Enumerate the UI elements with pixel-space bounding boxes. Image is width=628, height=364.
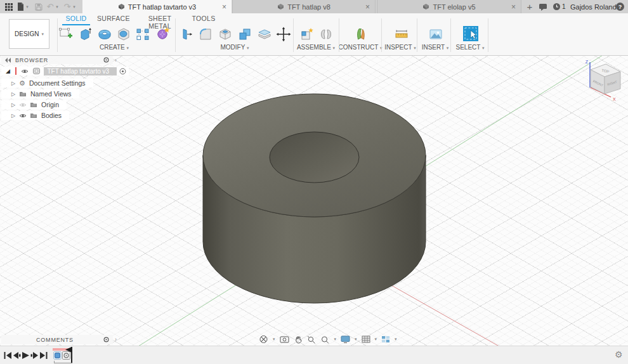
job-status-clock-icon[interactable] xyxy=(552,0,561,13)
measure-icon[interactable] xyxy=(393,26,410,42)
viewports-icon[interactable] xyxy=(381,335,390,343)
expand-arrow-icon[interactable]: ▷ xyxy=(10,113,16,119)
panel-dot-icon[interactable] xyxy=(103,57,109,63)
fit-caret-icon[interactable]: ▾ xyxy=(334,337,337,342)
timeline-go-to-start-button[interactable] xyxy=(3,351,12,359)
section-modify[interactable]: MODIFY ▾ xyxy=(209,44,260,52)
section-create[interactable]: CREATE ▾ xyxy=(89,44,140,52)
timeline-play-button[interactable] xyxy=(21,351,30,359)
panel-dot-icon[interactable] xyxy=(103,337,109,342)
data-panel-toggle-icon[interactable] xyxy=(4,0,14,13)
grid-caret-icon[interactable]: ▾ xyxy=(375,337,377,342)
viewcube-z-label: Z xyxy=(585,60,589,64)
expand-arrow-icon[interactable]: ▷ xyxy=(10,91,16,97)
create-sketch-icon[interactable] xyxy=(58,26,74,42)
move-copy-icon[interactable] xyxy=(275,26,292,42)
viewcube-x-label: X xyxy=(613,97,616,101)
fit-icon[interactable] xyxy=(320,335,330,344)
pan-icon[interactable] xyxy=(294,335,303,344)
comments-panel[interactable]: COMMENTS xyxy=(1,335,113,344)
visibility-eye-icon-hidden[interactable] xyxy=(19,102,27,108)
browser-item-bodies[interactable]: ▷ Bodies xyxy=(1,111,69,120)
document-cube-icon xyxy=(422,3,429,10)
comments-title: COMMENTS xyxy=(36,337,74,343)
expand-arrow-icon[interactable]: ▷ xyxy=(10,102,16,108)
viewport-canvas[interactable]: Z X TOP FRONT RIGHT BROWSER › ◢ xyxy=(0,56,628,346)
expand-arrow-icon[interactable]: ◢ xyxy=(6,68,10,74)
create-form-icon[interactable] xyxy=(154,26,171,42)
pattern-icon[interactable] xyxy=(134,26,151,42)
display-settings-icon[interactable] xyxy=(341,335,350,343)
new-tab-button[interactable]: + xyxy=(524,0,535,13)
collapse-panel-icon[interactable] xyxy=(5,58,11,63)
panel-expand-chevron-icon[interactable]: › xyxy=(115,336,117,342)
ribbon-tab-tools[interactable]: TOOLS xyxy=(191,15,216,24)
file-menu-icon[interactable] xyxy=(16,0,24,13)
file-menu-caret-icon[interactable]: ▾ xyxy=(25,0,30,13)
activate-component-radio-icon[interactable] xyxy=(119,68,126,75)
ribbon-tab-sheet-metal[interactable]: SHEET METAL xyxy=(140,15,180,24)
save-icon[interactable] xyxy=(34,0,43,13)
tab-close-icon[interactable]: × xyxy=(222,0,226,13)
joint-icon[interactable] xyxy=(318,26,334,42)
document-tab-2[interactable]: TFT hatlap v8 × xyxy=(232,0,376,13)
visibility-eye-icon[interactable] xyxy=(21,68,29,74)
panel-expand-chevron-icon[interactable]: › xyxy=(115,57,117,63)
root-component-name[interactable]: TFT hatlap tavtarto v3 xyxy=(44,67,117,75)
grid-settings-icon[interactable] xyxy=(362,335,370,343)
expand-arrow-icon[interactable]: ▷ xyxy=(10,81,16,86)
look-at-icon[interactable] xyxy=(280,335,289,343)
timeline-step-back-button[interactable] xyxy=(12,351,21,359)
select-tool-icon[interactable] xyxy=(462,25,480,42)
document-tab-label: TFT hatlap tavtarto v3 xyxy=(128,3,196,11)
fusion360-window: ▾ ↶ ▾ ↷ ▾ TFT hatlap tavtarto v3 × TFT h… xyxy=(0,0,628,364)
browser-item-document-settings[interactable]: ▷ ⚙ Document Settings xyxy=(1,79,93,88)
construction-plane-icon[interactable] xyxy=(353,26,369,42)
comments-feedback-icon[interactable] xyxy=(538,0,547,13)
press-pull-icon[interactable] xyxy=(178,26,195,42)
tab-close-icon[interactable]: × xyxy=(365,0,370,13)
preferences-gear-icon[interactable]: ⚙ xyxy=(615,349,623,360)
zoom-icon[interactable] xyxy=(307,335,316,344)
timeline-sketch-feature[interactable] xyxy=(53,351,62,360)
timeline-go-to-end-button[interactable] xyxy=(39,351,48,359)
ribbon-tab-surface[interactable]: SURFACE xyxy=(97,15,126,24)
revolve-icon[interactable] xyxy=(96,26,113,42)
orbit-icon[interactable] xyxy=(259,335,268,344)
timeline-playhead[interactable] xyxy=(71,347,72,363)
split-body-icon[interactable] xyxy=(256,26,273,42)
new-component-icon[interactable] xyxy=(299,26,315,42)
document-tab-3[interactable]: TFT elolap v5 × xyxy=(377,0,521,13)
folder-icon xyxy=(30,112,37,119)
viewports-caret-icon[interactable]: ▾ xyxy=(395,337,397,342)
fillet-icon[interactable] xyxy=(197,26,214,42)
insert-image-icon[interactable] xyxy=(428,26,444,42)
undo-caret-icon[interactable]: ▾ xyxy=(55,0,60,13)
hole-icon[interactable] xyxy=(115,26,132,42)
display-caret-icon[interactable]: ▾ xyxy=(355,337,357,342)
browser-item-label: Document Settings xyxy=(29,79,86,87)
extrude-icon[interactable] xyxy=(77,26,93,42)
redo-icon[interactable]: ↷ xyxy=(63,0,72,13)
browser-root-row[interactable]: ◢ TFT hatlap tavtarto v3 xyxy=(1,67,129,75)
combine-icon[interactable] xyxy=(237,26,253,42)
document-tab-1[interactable]: TFT hatlap tavtarto v3 × xyxy=(82,0,232,13)
workspace-switcher[interactable]: DESIGN ▾ xyxy=(9,19,49,49)
redo-caret-icon[interactable]: ▾ xyxy=(72,0,77,13)
section-assemble[interactable]: ASSEMBLE ▾ xyxy=(291,44,341,52)
model-ring-body[interactable] xyxy=(203,94,426,303)
shell-icon[interactable] xyxy=(217,26,233,42)
browser-header[interactable]: BROWSER xyxy=(1,56,113,64)
ribbon-tab-solid[interactable]: SOLID xyxy=(62,15,90,25)
orbit-caret-icon[interactable]: ▾ xyxy=(273,337,275,342)
browser-item-named-views[interactable]: ▷ Named Views xyxy=(1,89,79,98)
browser-item-origin[interactable]: ▷ Origin xyxy=(1,100,67,109)
timeline-step-forward-button[interactable] xyxy=(30,351,39,359)
viewcube[interactable]: Z X TOP FRONT RIGHT xyxy=(585,60,620,101)
active-doc-marker xyxy=(15,67,17,75)
user-account-name[interactable]: Gajdos Roland xyxy=(570,0,617,13)
help-icon[interactable]: ? xyxy=(616,3,624,11)
undo-icon[interactable]: ↶ xyxy=(46,0,55,13)
visibility-eye-icon[interactable] xyxy=(19,113,27,119)
tab-close-icon[interactable]: × xyxy=(511,0,516,13)
